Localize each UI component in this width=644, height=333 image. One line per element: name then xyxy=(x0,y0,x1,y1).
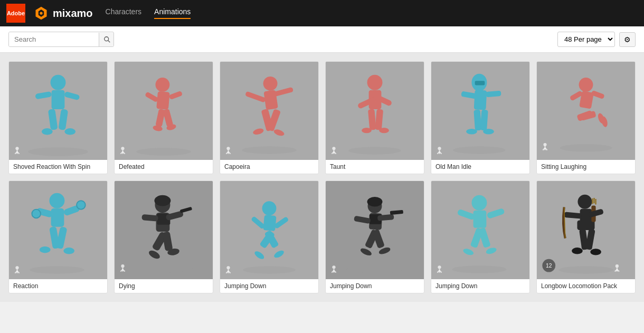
anim-figure-9 xyxy=(220,181,318,279)
settings-button[interactable]: ⚙ xyxy=(619,32,636,47)
anim-thumb-3 xyxy=(220,62,318,160)
anim-label-7: Reaction xyxy=(9,279,107,293)
anim-figure-12: 12 xyxy=(537,181,635,279)
svg-point-6 xyxy=(28,147,88,156)
anim-label-6: Sitting Laughing xyxy=(537,160,635,174)
anim-card-4[interactable]: Taunt xyxy=(325,61,424,174)
search-bar: 12 Per page24 Per page48 Per page96 Per … xyxy=(0,26,644,53)
mixamo-wordmark: mixamo xyxy=(53,7,93,20)
anim-card-2[interactable]: Defeated xyxy=(114,61,213,174)
svg-point-125 xyxy=(262,201,277,215)
svg-rect-33 xyxy=(220,62,318,160)
svg-point-77 xyxy=(560,144,612,151)
anim-thumb-8 xyxy=(115,181,213,279)
svg-point-56 xyxy=(379,128,389,133)
svg-point-62 xyxy=(453,146,505,154)
svg-point-14 xyxy=(64,128,75,135)
svg-point-13 xyxy=(42,128,53,135)
svg-point-72 xyxy=(438,147,441,150)
svg-point-133 xyxy=(226,266,230,269)
svg-point-101 xyxy=(63,248,74,254)
svg-point-71 xyxy=(483,129,494,134)
svg-point-29 xyxy=(121,147,124,150)
svg-rect-157 xyxy=(473,211,487,228)
anim-label-10: Jumping Down xyxy=(326,279,424,293)
svg-point-35 xyxy=(263,77,278,91)
anim-thumb-1 xyxy=(9,62,107,160)
svg-point-21 xyxy=(156,78,170,92)
nav-characters[interactable]: Characters xyxy=(106,7,141,19)
anim-label-3: Capoeira xyxy=(220,160,318,174)
anim-card-7[interactable]: Reaction xyxy=(8,180,108,293)
search-button[interactable] xyxy=(99,33,114,46)
svg-point-57 xyxy=(332,147,335,150)
anim-card-3[interactable]: Capoeira xyxy=(220,61,319,174)
svg-point-176 xyxy=(572,248,583,254)
anim-figure-2 xyxy=(115,62,213,160)
svg-point-3 xyxy=(105,36,109,41)
svg-rect-22 xyxy=(156,91,170,110)
anim-card-11[interactable]: Jumping Down xyxy=(431,180,530,293)
mixamo-logo: mixamo xyxy=(34,6,93,21)
search-input[interactable] xyxy=(9,32,99,46)
top-navigation: Adobe mixamo Characters Animations xyxy=(0,0,644,26)
svg-rect-126 xyxy=(263,215,276,231)
svg-point-150 xyxy=(332,265,335,269)
svg-point-91 xyxy=(30,266,84,273)
anim-label-4: Taunt xyxy=(326,160,424,174)
svg-point-15 xyxy=(15,147,18,150)
svg-point-187 xyxy=(615,264,619,268)
anim-thumb-11 xyxy=(431,181,529,279)
svg-point-156 xyxy=(471,195,487,211)
anim-thumb-5 xyxy=(431,62,529,160)
svg-point-96 xyxy=(32,210,41,218)
svg-point-49 xyxy=(367,75,383,90)
svg-point-97 xyxy=(77,201,86,210)
anim-card-8[interactable]: Dying xyxy=(114,180,213,293)
anim-label-8: Dying xyxy=(115,279,213,293)
anim-label-11: Jumping Down xyxy=(431,279,529,293)
anim-card-1[interactable]: Shoved Reaction With Spin xyxy=(8,61,108,174)
svg-point-55 xyxy=(362,128,372,133)
svg-point-2 xyxy=(40,12,42,14)
svg-rect-8 xyxy=(52,90,65,109)
anim-figure-11 xyxy=(431,181,529,279)
anim-figure-7 xyxy=(9,181,107,279)
animation-grid: Shoved Reaction With Spin xyxy=(0,53,644,302)
anim-figure-4 xyxy=(326,62,424,160)
svg-point-170 xyxy=(558,266,613,273)
anim-figure-10 xyxy=(326,181,424,279)
svg-rect-173 xyxy=(577,220,594,230)
anim-figure-3 xyxy=(220,62,318,160)
search-right: 12 Per page24 Per page48 Per page96 Per … xyxy=(557,32,636,47)
anim-card-6[interactable]: Sitting Laughing xyxy=(536,61,636,174)
svg-point-70 xyxy=(466,129,477,134)
settings-icon: ⚙ xyxy=(624,35,631,44)
svg-point-107 xyxy=(132,264,193,273)
anim-figure-5 xyxy=(431,62,529,160)
svg-point-48 xyxy=(348,147,401,154)
anim-figure-6 xyxy=(537,62,635,160)
anim-thumb-6 xyxy=(537,62,635,160)
svg-rect-64 xyxy=(475,81,485,85)
anim-thumb-9 xyxy=(220,181,318,279)
per-page-select[interactable]: 12 Per page24 Per page48 Per page96 Per … xyxy=(557,32,615,47)
svg-point-43 xyxy=(226,147,230,150)
svg-point-86 xyxy=(543,143,546,146)
anim-thumb-10 xyxy=(326,181,424,279)
svg-point-100 xyxy=(40,246,51,253)
anim-label-5: Old Man Idle xyxy=(431,160,529,174)
svg-point-7 xyxy=(51,75,66,90)
svg-point-102 xyxy=(15,266,18,269)
anim-card-12[interactable]: 12 Longbow Locomotion Pack xyxy=(536,180,636,293)
svg-text:12: 12 xyxy=(546,263,552,269)
anim-label-2: Defeated xyxy=(115,160,213,174)
anim-card-9[interactable]: Jumping Down xyxy=(220,180,319,293)
anim-label-1: Shoved Reaction With Spin xyxy=(9,160,107,174)
nav-animations[interactable]: Animations xyxy=(154,7,191,19)
anim-card-10[interactable]: Jumping Down xyxy=(325,180,424,293)
anim-thumb-12: 12 xyxy=(537,181,635,279)
anim-thumb-7 xyxy=(9,181,107,279)
anim-card-5[interactable]: Old Man Idle xyxy=(431,61,530,174)
anim-figure-8 xyxy=(115,181,213,279)
